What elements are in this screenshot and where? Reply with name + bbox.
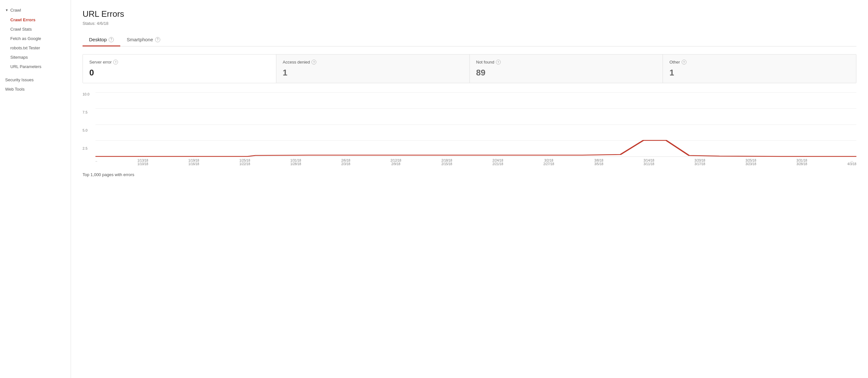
help-icon-card-server-error[interactable]: ?	[113, 60, 118, 64]
chart-area	[95, 92, 857, 157]
x-label-top: 1/31/18	[290, 159, 301, 162]
x-label-top: 3/25/18	[745, 159, 756, 162]
x-label-bottom: 3/23/18	[745, 162, 756, 166]
y-label: 5.0	[83, 128, 94, 132]
x-label-bottom: 1/10/18	[137, 162, 148, 166]
x-label-top: 1/13/18	[137, 159, 148, 162]
help-icon-smartphone[interactable]: ?	[155, 37, 160, 42]
x-label-top: 1/19/18	[188, 159, 199, 162]
sidebar-section-label: Crawl	[10, 8, 21, 12]
tabs-bar: Desktop?Smartphone?	[83, 33, 857, 47]
error-card-title-not-found: Not found?	[476, 60, 656, 64]
error-card-title-access-denied: Access denied?	[283, 60, 463, 64]
error-card-value-access-denied: 1	[283, 68, 463, 78]
x-label-pair: 2/6/182/3/18	[341, 159, 350, 166]
arrow-icon: ▼	[5, 8, 8, 12]
tabs-container: Desktop?Smartphone?	[83, 33, 167, 46]
tab-label-smartphone: Smartphone	[127, 37, 153, 42]
x-label-top: 3/2/18	[544, 159, 553, 162]
x-label-top: 2/18/18	[441, 159, 452, 162]
x-label-pair: 1/19/181/16/18	[188, 159, 199, 166]
x-label-bottom: 1/22/18	[239, 162, 250, 166]
help-icon-card-access-denied[interactable]: ?	[311, 60, 316, 64]
page-title: URL Errors	[83, 9, 857, 19]
x-label-pair: 1/25/181/22/18	[239, 159, 250, 166]
x-label-pair: 2/18/182/15/18	[441, 159, 452, 166]
sidebar-crawl-section[interactable]: ▼ Crawl	[0, 5, 71, 15]
x-label-bottom: 2/27/18	[543, 162, 554, 166]
chart-svg	[95, 92, 857, 156]
tab-smartphone[interactable]: Smartphone?	[120, 33, 167, 47]
sidebar-item-crawl-stats[interactable]: Crawl Stats	[0, 25, 71, 34]
x-label-bottom: 2/21/18	[492, 162, 503, 166]
error-card-value-not-found: 89	[476, 68, 656, 78]
sidebar-crawl-items: Crawl ErrorsCrawl StatsFetch as Googlero…	[0, 15, 71, 71]
page-status: Status: 4/6/18	[83, 21, 857, 26]
x-label-pair: 3/25/183/23/18	[745, 159, 756, 166]
y-label: 7.5	[83, 110, 94, 114]
chart-with-y: 10.07.55.02.5	[83, 92, 857, 157]
x-label-pair: 3/20/183/17/18	[694, 159, 705, 166]
x-label-pair: ...4/3/18	[847, 159, 857, 166]
error-card-value-server-error: 0	[89, 68, 270, 78]
x-label-top: 3/8/18	[594, 159, 603, 162]
error-card-title-other: Other?	[670, 60, 849, 64]
tab-desktop[interactable]: Desktop?	[83, 33, 120, 47]
x-label-top: 2/12/18	[391, 159, 401, 162]
sidebar-standalone-items: Security IssuesWeb Tools	[0, 75, 71, 94]
chart-line	[95, 140, 857, 156]
x-label-bottom: 2/3/18	[341, 162, 350, 166]
x-label-top: 2/24/18	[492, 159, 503, 162]
help-icon-card-other[interactable]: ?	[682, 60, 686, 64]
x-label-bottom: 3/5/18	[594, 162, 603, 166]
error-card-other[interactable]: Other?1	[663, 55, 856, 83]
error-card-title-text-access-denied: Access denied	[283, 60, 310, 64]
y-label: 10.0	[83, 92, 94, 96]
error-card-title-text-not-found: Not found	[476, 60, 494, 64]
bottom-note: Top 1,000 pages with errors	[83, 172, 857, 177]
x-label-bottom: 2/15/18	[441, 162, 452, 166]
x-label-bottom: 3/17/18	[694, 162, 705, 166]
error-card-server-error[interactable]: Server error?0	[83, 55, 276, 83]
x-label-top: ..	[95, 159, 97, 162]
x-label-pair: 2/12/182/9/18	[391, 159, 401, 166]
sidebar-item-robots-txt-tester[interactable]: robots.txt Tester	[0, 43, 71, 53]
error-card-title-text-server-error: Server error	[89, 60, 112, 64]
error-card-access-denied[interactable]: Access denied?1	[276, 55, 470, 83]
sidebar: ▼ Crawl Crawl ErrorsCrawl StatsFetch as …	[0, 0, 71, 378]
x-label-bottom: 4/3/18	[847, 162, 857, 166]
chart-y-labels: 10.07.55.02.5	[83, 92, 94, 166]
sidebar-item-fetch-as-google[interactable]: Fetch as Google	[0, 34, 71, 43]
error-card-value-other: 1	[670, 68, 849, 78]
y-label: 2.5	[83, 146, 94, 150]
help-icon-card-not-found[interactable]: ?	[496, 60, 501, 64]
sidebar-item-sitemaps[interactable]: Sitemaps	[0, 53, 71, 62]
x-label-top: 1/25/18	[239, 159, 250, 162]
x-label-top: 3/20/18	[694, 159, 705, 162]
sidebar-item-web-tools[interactable]: Web Tools	[0, 85, 71, 94]
main-content: URL Errors Status: 4/6/18 Desktop?Smartp…	[71, 0, 868, 378]
sidebar-item-security-issues[interactable]: Security Issues	[0, 75, 71, 85]
sidebar-item-url-parameters[interactable]: URL Parameters	[0, 62, 71, 71]
error-cards: Server error?0Access denied?1Not found?8…	[83, 54, 857, 83]
error-card-title-text-other: Other	[670, 60, 680, 64]
x-label-top: ...	[850, 159, 853, 162]
x-label-top: 2/6/18	[341, 159, 350, 162]
help-icon-desktop[interactable]: ?	[108, 37, 114, 42]
x-label-pair: 3/2/182/27/18	[543, 159, 554, 166]
x-label-top: 3/31/18	[797, 159, 807, 162]
error-card-title-server-error: Server error?	[89, 60, 270, 64]
x-label-bottom: 3/11/18	[644, 162, 654, 166]
x-label-bottom: 1/16/18	[188, 162, 199, 166]
x-label-bottom: 2/9/18	[392, 162, 400, 166]
error-card-not-found[interactable]: Not found?89	[470, 55, 663, 83]
x-label-pair: 1/31/181/28/18	[290, 159, 301, 166]
x-label-pair: 1/13/181/10/18	[137, 159, 148, 166]
x-label-pair: ..	[95, 159, 97, 166]
x-label-pair: 3/31/183/28/18	[797, 159, 807, 166]
sidebar-item-crawl-errors[interactable]: Crawl Errors	[0, 15, 71, 25]
x-label-pair: 2/24/182/21/18	[492, 159, 503, 166]
chart-container: 10.07.55.02.5 ..1/13/181/10/181/19/181/1…	[83, 92, 857, 166]
x-label-top: 3/14/18	[644, 159, 654, 162]
tab-label-desktop: Desktop	[89, 37, 107, 42]
